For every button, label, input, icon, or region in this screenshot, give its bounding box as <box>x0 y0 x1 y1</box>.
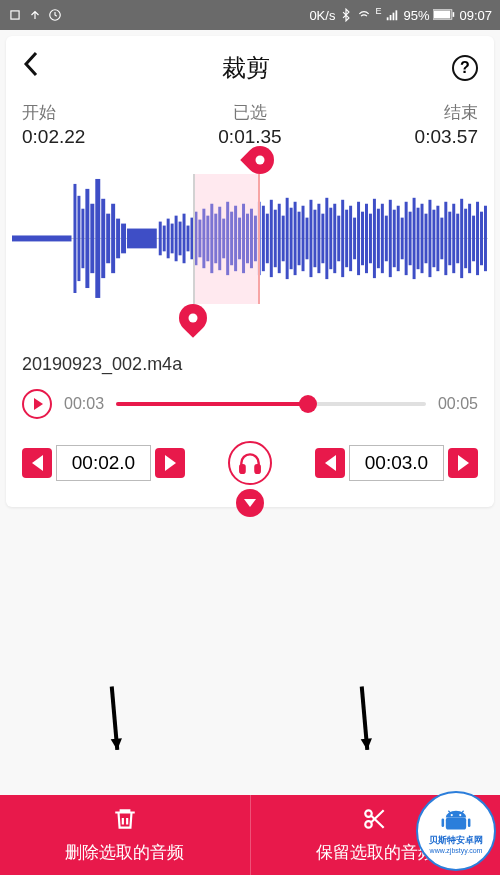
end-decrement-button[interactable] <box>315 448 345 478</box>
file-name: 20190923_002.m4a <box>6 340 494 379</box>
net-speed: 0K/s <box>309 8 335 23</box>
svg-rect-85 <box>405 202 408 275</box>
stepper-row: 00:02.0 00:03.0 <box>6 429 494 497</box>
svg-rect-5 <box>396 10 398 20</box>
svg-rect-51 <box>270 200 273 277</box>
annotation-arrow-icon <box>299 665 421 789</box>
start-stepper-value[interactable]: 00:02.0 <box>56 445 151 481</box>
svg-rect-22 <box>127 229 157 249</box>
svg-rect-99 <box>460 199 463 278</box>
svg-rect-77 <box>373 199 376 278</box>
svg-rect-69 <box>341 200 344 277</box>
android-icon <box>439 808 473 834</box>
svg-rect-29 <box>183 214 186 264</box>
upload-icon <box>28 8 42 22</box>
svg-rect-20 <box>116 219 120 259</box>
wifi-icon <box>357 8 371 22</box>
svg-rect-61 <box>309 200 312 277</box>
svg-rect-66 <box>329 208 332 269</box>
delete-selection-button[interactable]: 删除选取的音频 <box>0 795 250 875</box>
battery-pct: 95% <box>403 8 429 23</box>
svg-rect-17 <box>101 199 105 278</box>
svg-rect-98 <box>456 214 459 264</box>
svg-rect-119 <box>442 818 445 827</box>
progress-thumb[interactable] <box>299 395 317 413</box>
expand-button[interactable] <box>236 489 264 517</box>
watermark-line2: www.zjbstyy.com <box>430 847 483 854</box>
trash-icon <box>112 806 138 837</box>
watermark-badge: 贝斯特安卓网 www.zjbstyy.com <box>416 791 496 871</box>
svg-rect-49 <box>262 206 265 271</box>
svg-rect-84 <box>401 218 404 260</box>
progress-slider[interactable] <box>116 402 426 406</box>
svg-rect-101 <box>468 204 471 273</box>
end-label: 结束 <box>415 101 478 124</box>
end-increment-button[interactable] <box>448 448 478 478</box>
play-duration: 00:05 <box>438 395 478 413</box>
svg-rect-11 <box>73 184 76 293</box>
svg-line-108 <box>83 687 146 750</box>
editor-card: 裁剪 ? 开始 0:02.22 已选 0:01.35 结束 0:03.57 <box>6 36 494 507</box>
help-button[interactable]: ? <box>452 55 478 81</box>
crop-icon <box>8 8 22 22</box>
end-stepper-value[interactable]: 00:03.0 <box>349 445 444 481</box>
svg-rect-26 <box>171 224 174 254</box>
svg-rect-24 <box>163 226 166 252</box>
selection-overlay[interactable] <box>193 174 260 304</box>
svg-rect-55 <box>286 198 289 279</box>
battery-icon <box>433 8 455 22</box>
svg-rect-21 <box>121 224 126 254</box>
annotation-arrow-icon <box>49 665 171 789</box>
end-value: 0:03.57 <box>415 126 478 148</box>
preview-headphones-button[interactable] <box>228 441 272 485</box>
svg-rect-76 <box>369 214 372 264</box>
svg-rect-3 <box>390 15 392 20</box>
svg-rect-106 <box>240 465 244 473</box>
svg-rect-88 <box>417 208 420 269</box>
svg-rect-53 <box>278 204 281 273</box>
svg-rect-14 <box>85 189 89 288</box>
playback-row: 00:03 00:05 <box>6 379 494 429</box>
svg-rect-73 <box>357 202 360 275</box>
svg-rect-87 <box>413 198 416 279</box>
selection-start-handle[interactable] <box>173 298 213 338</box>
start-value: 0:02.22 <box>22 126 85 148</box>
svg-rect-72 <box>353 218 356 260</box>
svg-rect-71 <box>349 206 352 271</box>
clock-icon <box>48 8 62 22</box>
svg-rect-13 <box>81 209 84 268</box>
svg-marker-109 <box>108 733 125 750</box>
signal-type: E <box>375 6 381 16</box>
svg-rect-0 <box>11 11 19 19</box>
svg-rect-95 <box>444 202 447 275</box>
svg-rect-27 <box>175 216 178 262</box>
svg-rect-75 <box>365 204 368 273</box>
svg-rect-70 <box>345 210 348 268</box>
svg-rect-68 <box>337 216 340 262</box>
back-button[interactable] <box>22 50 40 85</box>
svg-rect-92 <box>432 210 435 268</box>
play-button[interactable] <box>22 389 52 419</box>
keep-selection-label: 保留选取的音频 <box>316 841 435 864</box>
svg-rect-79 <box>381 204 384 273</box>
start-increment-button[interactable] <box>155 448 185 478</box>
page-title: 裁剪 <box>222 52 270 84</box>
progress-fill <box>116 402 308 406</box>
selected-value: 0:01.35 <box>218 126 281 148</box>
signal-icon <box>385 8 399 22</box>
svg-rect-10 <box>12 235 71 241</box>
svg-marker-111 <box>358 733 375 750</box>
delete-selection-label: 删除选取的音频 <box>65 841 184 864</box>
svg-rect-2 <box>387 17 389 20</box>
svg-rect-102 <box>472 216 475 262</box>
svg-rect-94 <box>440 218 443 260</box>
svg-line-110 <box>333 687 396 750</box>
waveform[interactable] <box>12 174 488 304</box>
time-summary: 开始 0:02.22 已选 0:01.35 结束 0:03.57 <box>6 95 494 150</box>
start-decrement-button[interactable] <box>22 448 52 478</box>
svg-rect-91 <box>428 200 431 277</box>
selected-label: 已选 <box>218 101 281 124</box>
bluetooth-icon <box>339 8 353 22</box>
start-stepper: 00:02.0 <box>22 445 185 481</box>
svg-rect-8 <box>453 12 455 17</box>
